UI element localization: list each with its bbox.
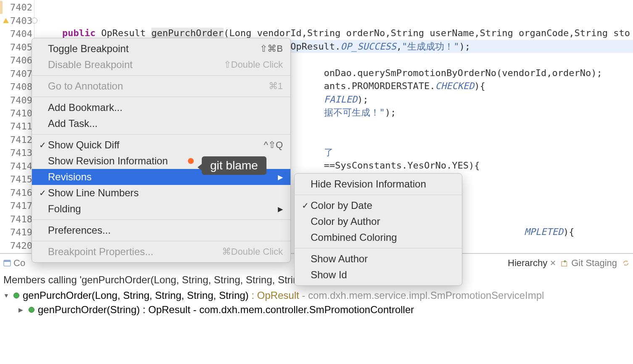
line-number: 7416 — [10, 187, 34, 198]
tab-console-partial[interactable]: Co — [3, 258, 25, 269]
menu-folding[interactable]: Folding ▶ — [32, 201, 290, 217]
menu-show-quick-diff[interactable]: ✓ Show Quick Diff ^⇧Q — [32, 137, 290, 153]
tab-label: Co — [13, 258, 25, 269]
call-hierarchy-tree: ▼ genPurchOrder(Long, String, String, St… — [0, 288, 633, 318]
line-number: 7412 — [10, 135, 34, 145]
code-line: public OpResult genPurchOrder(Long vendo… — [40, 28, 630, 38]
tab-label: Git Staging — [571, 258, 617, 269]
sync-icon[interactable] — [622, 259, 630, 267]
check-icon: ✓ — [37, 140, 48, 150]
fold-toggle-icon[interactable] — [32, 18, 37, 24]
line-number: 7418 — [10, 214, 34, 224]
line-number: 7407 — [10, 69, 34, 79]
menu-separator — [295, 195, 462, 195]
gutter-context-menu: Toggle Breakpoint ⇧⌘B Disable Breakpoint… — [32, 38, 291, 263]
disclosure-down-icon[interactable]: ▼ — [3, 292, 10, 299]
menu-separator — [295, 248, 462, 248]
menu-toggle-breakpoint[interactable]: Toggle Breakpoint ⇧⌘B — [32, 41, 290, 57]
console-icon — [3, 259, 11, 267]
notification-dot-icon — [188, 158, 194, 164]
line-number: 7411 — [10, 121, 34, 132]
tab-hierarchy[interactable]: Hierarchy ✕ — [508, 258, 556, 269]
submenu-arrow-icon: ▶ — [278, 205, 283, 213]
menu-separator — [32, 97, 290, 97]
submenu-combined-coloring[interactable]: Combined Coloring — [295, 229, 462, 245]
submenu-hide-revision-info[interactable]: Hide Revision Information — [295, 176, 462, 192]
warning-icon[interactable] — [3, 18, 9, 23]
menu-add-task[interactable]: Add Task... — [32, 116, 290, 132]
menu-separator — [32, 134, 290, 135]
menu-disable-breakpoint: Disable Breakpoint ⇧Double Click — [32, 57, 290, 73]
line-number: 7405 — [10, 42, 34, 53]
menu-separator — [32, 241, 290, 241]
submenu-show-author[interactable]: Show Author — [295, 251, 462, 267]
line-number: 7420 — [10, 240, 34, 251]
menu-add-bookmark[interactable]: Add Bookmark... — [32, 100, 290, 116]
line-number: 7413 — [10, 148, 34, 158]
gutter[interactable]: 7402 7403 7404 7405 7406 7407 7408 7409 … — [0, 0, 34, 252]
revisions-submenu: Hide Revision Information ✓ Color by Dat… — [294, 173, 462, 286]
line-number: 7415 — [10, 174, 34, 185]
submenu-color-by-author[interactable]: Color by Author — [295, 214, 462, 229]
menu-separator — [32, 75, 290, 76]
line-number: 7409 — [10, 95, 34, 106]
menu-goto-annotation: Go to Annotation ⌘1 — [32, 78, 290, 94]
line-number: 7402 — [10, 2, 34, 13]
tab-label: Hierarchy — [508, 258, 547, 269]
line-number: 7419 — [10, 227, 34, 237]
submenu-color-by-date[interactable]: ✓ Color by Date — [295, 198, 462, 214]
tree-signature: genPurchOrder(String) : OpResult - com.d… — [38, 304, 414, 316]
svg-rect-1 — [4, 260, 11, 262]
tree-signature: genPurchOrder(Long, String, String, Stri… — [23, 290, 544, 301]
menu-breakpoint-properties: Breakpoint Properties... ⌘Double Click — [32, 244, 290, 260]
tree-row[interactable]: ▼ genPurchOrder(Long, String, String, St… — [3, 288, 630, 303]
line-number: 7406 — [10, 55, 34, 66]
tab-git-staging[interactable]: Git Staging — [561, 258, 617, 269]
tooltip-git-blame: git blame — [202, 156, 266, 175]
tree-row[interactable]: ▶ genPurchOrder(String) : OpResult - com… — [3, 303, 630, 317]
line-number: 7408 — [10, 82, 34, 92]
menu-separator — [32, 219, 290, 220]
menu-preferences[interactable]: Preferences... — [32, 222, 290, 238]
line-number: 7403 — [10, 16, 34, 26]
submenu-arrow-icon: ▶ — [278, 173, 283, 181]
line-number: 7404 — [10, 29, 34, 39]
line-number: 7410 — [10, 108, 34, 119]
svg-rect-2 — [562, 261, 567, 266]
disclosure-right-icon[interactable]: ▶ — [18, 306, 25, 313]
line-number: 7414 — [10, 161, 34, 171]
close-icon[interactable]: ✕ — [550, 258, 556, 268]
method-icon — [29, 307, 34, 313]
check-icon: ✓ — [300, 200, 311, 211]
method-icon — [13, 293, 19, 298]
check-icon: ✓ — [37, 188, 48, 198]
line-number: 7417 — [10, 200, 34, 211]
submenu-show-id[interactable]: Show Id — [295, 267, 462, 283]
menu-show-line-numbers[interactable]: ✓ Show Line Numbers — [32, 185, 290, 201]
git-staging-icon — [561, 259, 569, 267]
